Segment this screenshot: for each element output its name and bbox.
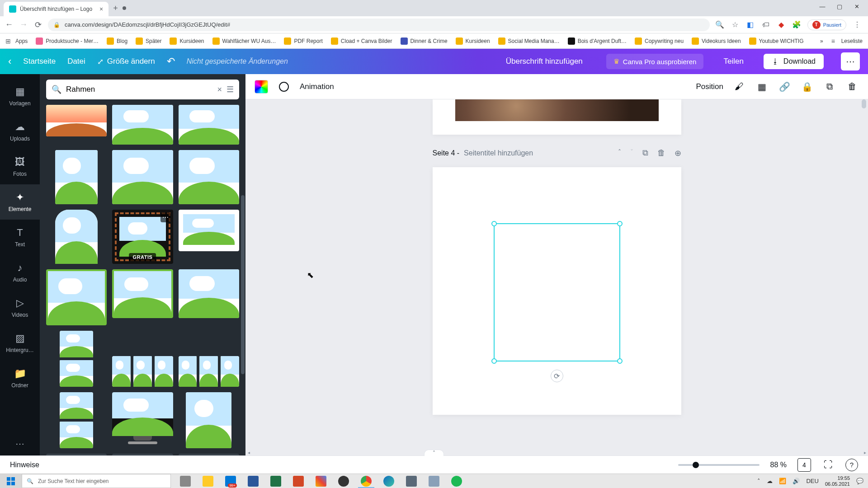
color-picker[interactable] — [255, 80, 268, 94]
animation-button[interactable]: Animation — [300, 82, 334, 91]
bookmark-item[interactable]: Bois d'Argent Duft… — [568, 38, 627, 45]
search-input[interactable] — [66, 85, 212, 94]
download-button[interactable]: ⭳Download — [764, 54, 824, 69]
tray-chevron-icon[interactable]: ˄ — [757, 478, 760, 484]
app-icon[interactable] — [333, 474, 354, 488]
extension-icon[interactable]: ◆ — [777, 20, 786, 29]
bookmark-item[interactable]: Kursideen — [170, 38, 204, 45]
resize-handle-bl[interactable] — [491, 358, 497, 364]
minimize-icon[interactable]: — — [818, 2, 826, 10]
transparency-icon[interactable]: ▦ — [755, 80, 769, 94]
more-menu-icon[interactable]: ⋯ — [841, 52, 860, 70]
resize-handle-tl[interactable] — [491, 221, 497, 226]
delete-icon[interactable]: 🗑 — [845, 80, 859, 94]
bookmark-item[interactable]: Wahlfächer WU Aus… — [212, 38, 276, 45]
resize-handle-br[interactable] — [617, 358, 623, 364]
frame-thumb[interactable] — [55, 150, 98, 204]
reading-list[interactable]: ≡Leseliste — [831, 38, 863, 45]
canvas-viewport[interactable]: Seite 4 - Seitentitel hinzufügen ˄ ˅ ⧉ 🗑… — [245, 99, 868, 455]
frame-thumb[interactable] — [60, 331, 93, 387]
expand-notes-icon[interactable]: ˄ — [424, 450, 444, 456]
file-explorer-icon[interactable] — [197, 474, 219, 488]
app-icon[interactable] — [310, 474, 332, 488]
bookmark-item[interactable]: Dinner & Crime — [401, 38, 448, 45]
thumb-menu-icon[interactable]: ⋯ — [160, 212, 170, 222]
filter-icon[interactable]: ☰ — [226, 84, 234, 94]
undo-icon[interactable]: ↶ — [167, 56, 175, 67]
address-bar[interactable]: 🔒 canva.com/design/DAEdomzscjl/drBfjHdCo… — [48, 19, 710, 31]
chrome-icon[interactable] — [355, 474, 377, 488]
apps-bookmark[interactable]: ⊞Apps — [5, 38, 28, 45]
rail-folders[interactable]: 📁Ordner — [0, 361, 40, 396]
frame-thumb[interactable] — [179, 269, 239, 318]
notifications-icon[interactable]: 💬 — [856, 478, 863, 484]
fullscreen-icon[interactable]: ⛶ — [822, 459, 835, 471]
style-copy-icon[interactable]: 🖌 — [732, 80, 746, 94]
previous-page-preview[interactable] — [433, 99, 681, 135]
extension-icon[interactable]: 🏷 — [761, 20, 770, 29]
back-chevron-icon[interactable]: ‹ — [8, 56, 11, 67]
start-button[interactable] — [0, 474, 22, 488]
delete-page-icon[interactable]: 🗑 — [657, 148, 665, 158]
bookmark-item[interactable]: PDF Report — [284, 38, 322, 45]
add-page-title[interactable]: Seitentitel hinzufügen — [464, 149, 533, 157]
frame-thumb[interactable] — [112, 150, 173, 204]
close-tab-icon[interactable]: × — [99, 5, 103, 13]
profile-indicator-icon[interactable] — [123, 6, 126, 10]
rail-videos[interactable]: ▷Videos — [0, 290, 40, 325]
taskbar-search[interactable]: 🔍 Zur Suche Text hier eingeben — [22, 474, 171, 488]
frame-thumb[interactable] — [112, 269, 173, 318]
chrome-menu-icon[interactable]: ⋮ — [853, 20, 862, 29]
frame-thumb[interactable] — [46, 105, 107, 136]
hscroll-right-icon[interactable]: ▸ — [862, 449, 868, 455]
panel-scrollbar[interactable] — [241, 106, 245, 450]
effects-icon[interactable] — [277, 80, 291, 94]
position-button[interactable]: Position — [696, 82, 723, 91]
hscroll-left-icon[interactable]: ◂ — [245, 449, 252, 455]
close-window-icon[interactable]: ✕ — [853, 2, 861, 10]
hinweise-label[interactable]: Hinweise — [10, 461, 39, 469]
frame-thumb[interactable] — [60, 392, 93, 448]
profile-paused-pill[interactable]: T Pausiert — [807, 19, 846, 30]
bookmark-item[interactable]: Copywriting neu — [635, 38, 684, 45]
taskbar-clock[interactable]: 19:55 06.05.2021 — [825, 475, 850, 486]
bookmark-item[interactable]: Kursideen — [456, 38, 490, 45]
rail-uploads[interactable]: ☁Uploads — [0, 114, 40, 149]
volume-icon[interactable]: 🔊 — [793, 478, 800, 484]
rail-background[interactable]: ▨Hintergru… — [0, 325, 40, 361]
bookmark-item[interactable]: Später — [136, 38, 161, 45]
try-pro-button[interactable]: ♛Canva Pro ausprobieren — [606, 54, 704, 69]
page-indicator[interactable]: 4 — [797, 458, 811, 472]
edge-icon[interactable] — [378, 474, 400, 488]
lock-icon[interactable]: 🔒 — [800, 80, 814, 94]
zoom-slider-thumb[interactable] — [693, 462, 699, 468]
task-view-icon[interactable] — [175, 474, 196, 488]
star-icon[interactable]: ☆ — [731, 20, 740, 29]
frame-thumb[interactable] — [179, 356, 239, 387]
add-page-icon[interactable]: ⊕ — [675, 148, 681, 158]
bookmark-item[interactable]: Blog — [107, 38, 127, 45]
resize-handle-tr[interactable] — [617, 221, 623, 226]
spotify-icon[interactable] — [446, 474, 467, 488]
rail-audio[interactable]: ♪Audio — [0, 255, 40, 290]
maximize-icon[interactable]: ▢ — [835, 2, 844, 10]
help-icon[interactable]: ? — [845, 459, 858, 471]
duplicate-icon[interactable]: ⧉ — [823, 80, 836, 94]
selected-frame[interactable]: ⟳ — [494, 223, 620, 361]
reload-icon[interactable]: ⟳ — [33, 20, 42, 29]
frame-thumb[interactable] — [46, 269, 107, 325]
app-icon[interactable] — [401, 474, 422, 488]
wifi-icon[interactable]: 📶 — [779, 478, 786, 484]
resize-menu[interactable]: ⤢Größe ändern — [97, 57, 155, 66]
app-icon[interactable] — [423, 474, 445, 488]
new-tab-button[interactable]: + — [108, 4, 123, 13]
frame-thumb[interactable] — [55, 210, 98, 264]
zoom-icon[interactable]: 🔍 — [715, 20, 724, 29]
bookmark-item[interactable]: Social Media Mana… — [498, 38, 560, 45]
bookmarks-overflow[interactable]: » — [820, 38, 823, 44]
frame-thumb[interactable] — [112, 392, 173, 448]
rotate-handle-icon[interactable]: ⟳ — [551, 370, 563, 382]
language-indicator[interactable]: DEU — [806, 478, 818, 484]
clear-search-icon[interactable]: × — [217, 85, 222, 94]
frame-thumb[interactable] — [179, 150, 239, 204]
